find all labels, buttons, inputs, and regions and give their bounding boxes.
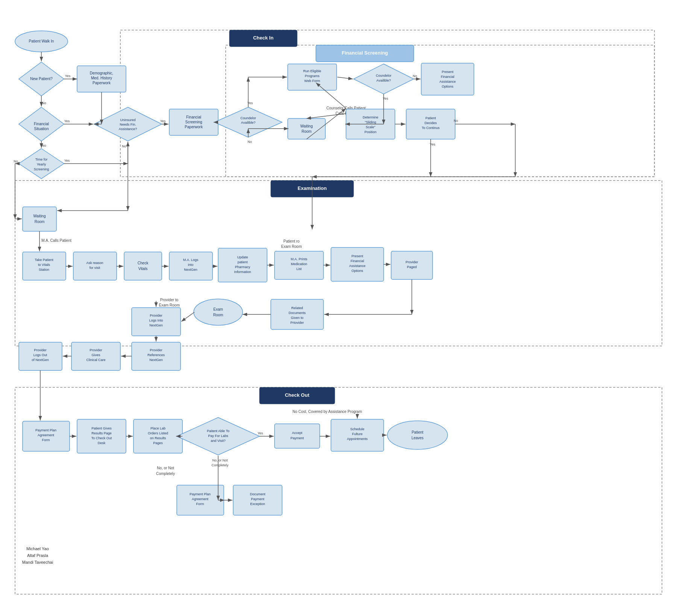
pf2-label: Present	[351, 254, 363, 258]
time-yearly-label2: Yearly	[37, 162, 46, 166]
credits-line2: Altaf Prasla	[27, 553, 49, 558]
dp-label3: Exception	[250, 502, 265, 506]
up-label: Update	[237, 255, 248, 259]
ar-label: Ask reason	[86, 261, 103, 265]
pd-label3: To Continus	[422, 126, 440, 130]
rd-label4: Prtovider	[290, 321, 304, 325]
up-label3: Pharmacy	[235, 265, 250, 269]
no-or-not-label4: Completely	[211, 463, 229, 467]
pd-label2: Decides	[425, 121, 437, 125]
apm-label: Accept	[292, 431, 302, 435]
flowchart-svg: Check In Financial Screening Examination…	[8, 8, 669, 609]
svg-line-23	[307, 114, 346, 118]
ca1-label: Coundelor	[240, 116, 256, 120]
credits-line1: Michael Yao	[26, 546, 49, 551]
pp1-label: Payment Plan	[35, 428, 56, 432]
no-label-6: No	[454, 119, 458, 123]
plo-label3: of NextGen	[32, 358, 49, 362]
pg-label4: Desk	[98, 441, 106, 445]
check-vitals-node	[124, 252, 162, 280]
diagram-container: Check In Financial Screening Examination…	[0, 0, 677, 616]
er-label2: Room	[213, 313, 223, 317]
no-or-not-label3: No, or Not	[212, 458, 228, 462]
no-label-3: No	[122, 144, 126, 148]
demographic-label3: Paperwork	[93, 81, 111, 85]
ca2-label: Coundelor	[376, 74, 392, 77]
pl-label2: Orders Listed	[148, 431, 168, 435]
rd-label3: Given to	[291, 316, 304, 320]
up-label2: patient	[237, 260, 248, 264]
mp-label: M.A. Prints	[291, 257, 308, 261]
pl-label: Place Lab	[150, 426, 165, 430]
pl-label4: Pages	[153, 441, 163, 445]
pft-label4: Options	[442, 85, 454, 88]
mp-label3: List	[296, 267, 302, 271]
checkin-header-text: Check In	[253, 35, 273, 41]
pg-label3: To Check Out	[91, 436, 112, 440]
fsp-label2: Screening	[185, 120, 202, 124]
pg-label: Patient Gives	[91, 426, 112, 430]
ds-label4: Position	[364, 130, 376, 134]
pft-label3: Assistance	[439, 80, 456, 83]
tp-label2: to Vitals	[38, 263, 50, 267]
yes-label-2: Yes	[64, 119, 70, 123]
pl-label3: on Results	[150, 436, 166, 440]
checkout-header-text: Check Out	[285, 392, 310, 398]
ca1-label2: Availible?	[241, 121, 255, 124]
exam-room-node	[194, 299, 243, 325]
no-or-not-label: No, or Not	[157, 466, 174, 470]
no-label-7: No	[14, 159, 18, 163]
re-label: Run Eligible	[303, 69, 321, 73]
no-label-5: No	[413, 74, 417, 78]
pa-label2: Pay For Labs	[208, 434, 228, 438]
uninsured-label2: Needs Fin.	[120, 123, 136, 126]
wr2-label2: Room	[35, 220, 45, 224]
pf2-label3: Assistance	[349, 264, 366, 268]
pp2-label3: Form	[196, 502, 204, 506]
yes-label-4: Yes	[160, 119, 166, 123]
patient-leaves-node	[387, 421, 448, 449]
fsp-label3: Paperwork	[185, 125, 203, 129]
plo-label2: Logs Out	[33, 353, 47, 357]
yes-label-3: Yes	[64, 159, 70, 162]
plo-label: Provider	[34, 348, 47, 352]
yes-label-7: Yes	[430, 143, 436, 146]
pli-label3: NextGen	[149, 323, 163, 327]
new-patient-label: New Patient?	[30, 77, 53, 81]
pa-label: Paitent Able To	[207, 429, 229, 433]
ml-label: M.A. Logs	[183, 258, 199, 262]
pd-label: Patient	[425, 116, 436, 120]
pft-label: Present	[442, 70, 454, 74]
dp-label2: Payment	[251, 497, 264, 501]
pl2-label: Patient	[411, 430, 423, 434]
checkout-section-border	[15, 387, 662, 594]
pp1-label2: Agreement	[38, 433, 55, 437]
prn-label: Provider	[150, 348, 162, 352]
ml-label3: NextGen	[184, 268, 197, 272]
no-label-2: No	[42, 144, 46, 147]
dp-label: Document	[250, 492, 266, 496]
apm-label2: Payment	[290, 436, 304, 440]
yes-label-5: Yes	[247, 101, 253, 105]
yes-label-6: Yes	[383, 97, 389, 100]
no-or-not-label2: Completely	[156, 472, 175, 476]
pgc-label3: Clinical Care	[86, 358, 105, 362]
wr1-label2: Room	[302, 129, 312, 134]
up-label4: Information	[234, 270, 251, 274]
ds-label: Determine	[363, 115, 378, 119]
pli-label2: Logs Into	[149, 319, 163, 322]
ml-label2: into	[188, 263, 194, 267]
cv-label2: Vitals	[138, 267, 147, 271]
financial-situation-label2: Situation	[34, 127, 49, 131]
pg-label2: Results Page	[91, 431, 112, 435]
no-label-1: No	[42, 101, 46, 105]
demographic-label2: Med. History	[91, 76, 112, 80]
time-yearly-label: Time for	[35, 158, 48, 161]
pp-label: Provider	[405, 260, 418, 264]
wr2-label: Waiting	[33, 214, 46, 218]
wr1-label: Waiting	[301, 124, 313, 128]
ar-label2: for visit	[90, 266, 100, 270]
credits-line3: Mandi Taveechai	[22, 560, 53, 564]
pp1-label3: Form	[42, 438, 50, 442]
sf-label3: Appointments	[347, 437, 368, 441]
